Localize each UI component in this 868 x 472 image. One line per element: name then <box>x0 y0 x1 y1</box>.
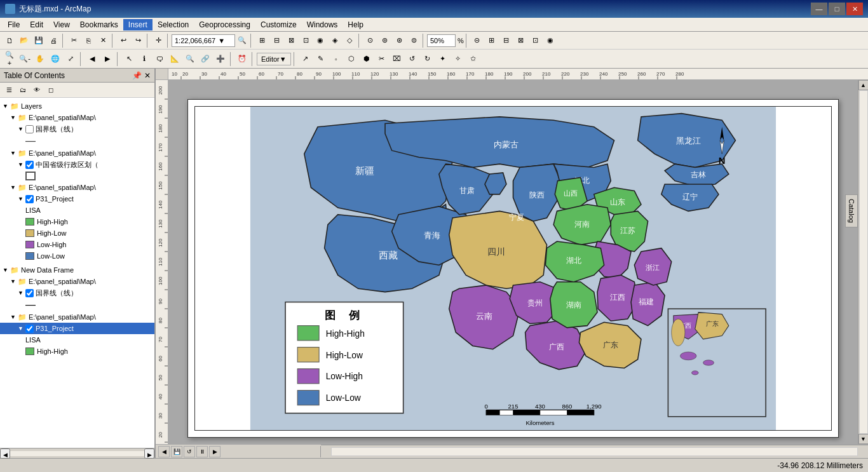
vscroll-thumb[interactable] <box>859 90 868 434</box>
extent-btn[interactable]: ⤢ <box>64 52 78 66</box>
layer-high-high[interactable]: High-High <box>0 216 154 227</box>
info-btn[interactable]: ℹ <box>137 52 151 66</box>
btn-l[interactable]: ⊝ <box>470 34 484 48</box>
fwd-btn[interactable]: ▶ <box>100 52 114 66</box>
globe-btn[interactable]: 🌐 <box>48 52 62 66</box>
btn-f[interactable]: ◈ <box>328 34 342 48</box>
menu-windows[interactable]: Windows <box>302 19 343 30</box>
measure-btn[interactable]: 📐 <box>168 52 182 66</box>
layer-low-high[interactable]: Low-High <box>0 239 154 250</box>
time-btn[interactable]: ⏰ <box>235 52 249 66</box>
print-button[interactable]: 🖨 <box>46 34 60 48</box>
checkbox-p31-2[interactable] <box>25 325 34 333</box>
save-view-btn[interactable]: 💾 <box>171 446 182 457</box>
layer-folder-4[interactable]: ▼ 📁 E:\panel_spatial\Map\ <box>0 276 154 287</box>
layer-checkbox-p31[interactable]: ▼ P31_Project <box>0 193 154 205</box>
layer-checkbox-boundary2[interactable]: ▼ 国界线（线） <box>0 287 154 299</box>
identify-btn[interactable]: 🗨 <box>153 52 166 66</box>
menu-view[interactable]: View <box>48 19 75 30</box>
edit-tool-11[interactable]: ✧ <box>451 52 465 66</box>
zoom-out-btn2[interactable]: 🔍- <box>18 52 32 66</box>
layer-checkbox-p31-2[interactable]: ▼ P31_Project <box>0 323 154 334</box>
menu-insert[interactable]: Insert <box>123 19 153 30</box>
btn-j[interactable]: ⊛ <box>392 34 406 48</box>
back-btn[interactable]: ◀ <box>85 52 99 66</box>
btn-g[interactable]: ◇ <box>342 34 356 48</box>
close-button[interactable]: ✕ <box>846 3 863 15</box>
new-button[interactable]: 🗋 <box>3 34 17 48</box>
btn-c[interactable]: ⊠ <box>284 34 298 48</box>
edit-tool-4[interactable]: ⬡ <box>344 52 358 66</box>
toc-list-btn[interactable]: ☰ <box>3 84 15 96</box>
undo-button[interactable]: ↩ <box>116 34 130 48</box>
page-next-btn[interactable]: ▶ <box>209 446 220 457</box>
redo-button[interactable]: ↪ <box>131 34 145 48</box>
btn-q[interactable]: ◉ <box>543 34 557 48</box>
select-btn[interactable]: ↖ <box>122 52 136 66</box>
btn-n[interactable]: ⊟ <box>499 34 513 48</box>
layer-checkbox-province[interactable]: ▼ 中国省级行政区划（ <box>0 159 154 170</box>
editor-button[interactable]: Editor▼ <box>257 53 291 65</box>
layer-folder-2[interactable]: ▼ 📁 E:\panel_spatial\Map\ <box>0 147 154 159</box>
edit-tool-5[interactable]: ⬢ <box>360 52 374 66</box>
btn-h[interactable]: ⊙ <box>363 34 377 48</box>
menu-help[interactable]: Help <box>342 19 369 30</box>
toc-visibility-btn[interactable]: 👁 <box>31 84 43 96</box>
edit-tool-6[interactable]: ✂ <box>375 52 389 66</box>
pause-btn[interactable]: ⏸ <box>196 446 208 457</box>
pan-button[interactable]: ✛ <box>151 34 165 48</box>
btn-i[interactable]: ⊚ <box>377 34 391 48</box>
edit-tool-2[interactable]: ✎ <box>314 52 328 66</box>
toc-hscroll-track[interactable] <box>10 451 144 456</box>
menu-edit[interactable]: Edit <box>25 19 48 30</box>
checkbox-boundary[interactable] <box>25 125 34 133</box>
cut-button[interactable]: ✂ <box>67 34 81 48</box>
open-button[interactable]: 📂 <box>17 34 31 48</box>
btn-o[interactable]: ⊠ <box>514 34 528 48</box>
search-btn[interactable]: 🔍 <box>183 52 197 66</box>
toc-scroll-right[interactable]: ▶ <box>144 448 154 459</box>
menu-selection[interactable]: Selection <box>153 19 194 30</box>
layer-high-high-2[interactable]: High-High <box>0 346 154 357</box>
hscroll-area[interactable] <box>321 445 868 458</box>
layer-folder-3[interactable]: ▼ 📁 E:\panel_spatial\Map\ <box>0 182 154 193</box>
pan-btn2[interactable]: ✋ <box>33 52 47 66</box>
page-prev-btn[interactable]: ◀ <box>158 446 170 457</box>
menu-file[interactable]: File <box>3 19 25 30</box>
menu-bookmarks[interactable]: Bookmarks <box>75 19 123 30</box>
refresh-btn[interactable]: ↺ <box>184 446 195 457</box>
btn-p[interactable]: ⊡ <box>529 34 543 48</box>
checkbox-p31[interactable] <box>25 195 34 203</box>
edit-tool-9[interactable]: ↻ <box>421 52 435 66</box>
menu-customize[interactable]: Customize <box>255 19 302 30</box>
delete-button[interactable]: ✕ <box>96 34 110 48</box>
scale-input[interactable]: 1:22,066,667 ▼ <box>172 34 235 47</box>
zoom-input[interactable] <box>427 34 456 47</box>
toc-scroll-left[interactable]: ◀ <box>0 448 10 459</box>
menu-geoprocessing[interactable]: Geoprocessing <box>194 19 255 30</box>
layer-folder-5[interactable]: ▼ 📁 E:\panel_spatial\Map\ <box>0 311 154 323</box>
map-canvas[interactable]: 新疆 西藏 青海 内蒙古 黑龙江 <box>168 80 858 444</box>
edit-tool-8[interactable]: ↺ <box>405 52 419 66</box>
hyperlink-btn[interactable]: 🔗 <box>198 52 212 66</box>
hscroll-track[interactable] <box>331 447 858 456</box>
toc-source-btn[interactable]: 🗂 <box>17 84 29 96</box>
toc-close-icon[interactable]: ✕ <box>144 71 151 80</box>
save-button[interactable]: 💾 <box>32 34 46 48</box>
minimize-button[interactable]: — <box>811 3 827 15</box>
btn-b[interactable]: ⊟ <box>269 34 283 48</box>
layer-group-layers[interactable]: ▼ 📁 Layers <box>0 100 154 112</box>
layer-group-newframe[interactable]: ▼ 📁 New Data Frame <box>0 264 154 276</box>
copy-button[interactable]: ⎘ <box>81 34 95 48</box>
edit-tool-1[interactable]: ↗ <box>299 52 313 66</box>
checkbox-boundary2[interactable] <box>25 289 34 297</box>
catalog-tab[interactable]: Catalog <box>845 194 858 227</box>
btn-e[interactable]: ◉ <box>313 34 327 48</box>
btn-k[interactable]: ⊜ <box>407 34 421 48</box>
layer-high-low[interactable]: High-Low <box>0 227 154 239</box>
btn-a[interactable]: ⊞ <box>255 34 269 48</box>
layer-folder-1[interactable]: ▼ 📁 E:\panel_spatial\Map\ <box>0 112 154 123</box>
vscroll-down[interactable]: ▼ <box>858 434 869 444</box>
checkbox-province[interactable] <box>25 161 34 169</box>
edit-tool-3[interactable]: ◦ <box>329 52 343 66</box>
